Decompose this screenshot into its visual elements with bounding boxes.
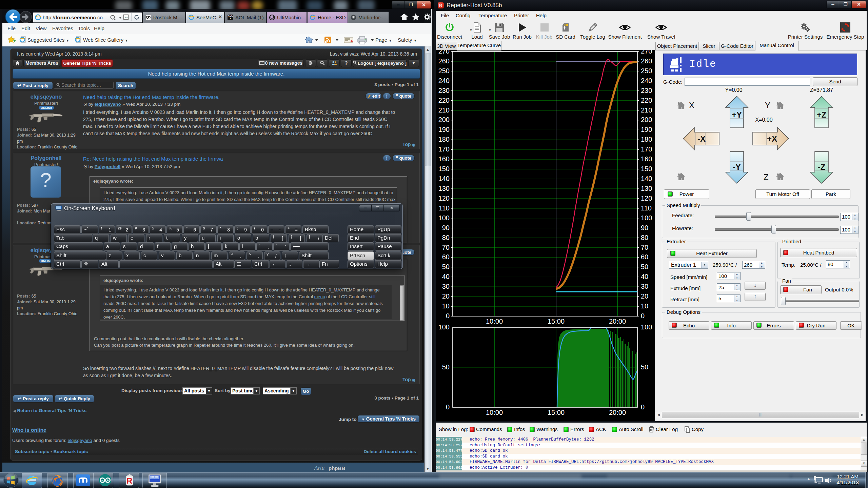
- svg-text:270: 270: [641, 50, 652, 55]
- svg-text:270: 270: [438, 50, 450, 55]
- svg-text:30: 30: [641, 283, 648, 290]
- svg-text:240: 240: [641, 77, 652, 84]
- svg-text:210: 210: [641, 106, 652, 114]
- svg-text:100: 100: [641, 214, 652, 222]
- svg-text:50: 50: [442, 263, 450, 270]
- svg-text:230: 230: [438, 87, 450, 94]
- svg-text:190: 190: [438, 126, 450, 133]
- svg-text:-Y: -Y: [733, 162, 741, 171]
- svg-text:70: 70: [641, 244, 648, 251]
- svg-text:-X: -X: [697, 134, 706, 143]
- svg-text:20: 20: [641, 292, 648, 300]
- svg-text:15:00: 15:00: [548, 318, 565, 325]
- svg-text:15:00: 15:00: [548, 409, 565, 416]
- svg-text:220: 220: [438, 97, 450, 104]
- svg-text:170: 170: [438, 145, 450, 153]
- svg-text:10:00: 10:00: [486, 409, 503, 416]
- svg-text:90: 90: [442, 224, 450, 231]
- svg-text:110: 110: [641, 204, 652, 212]
- svg-text:-Z: -Z: [818, 162, 826, 171]
- svg-text:40: 40: [442, 273, 450, 280]
- svg-text:140: 140: [438, 175, 450, 182]
- svg-text:+X: +X: [767, 134, 777, 143]
- svg-text:90: 90: [641, 224, 648, 231]
- svg-text:160: 160: [438, 155, 450, 163]
- svg-text:100: 100: [438, 323, 450, 331]
- svg-text:120: 120: [641, 195, 652, 202]
- svg-text:+Z: +Z: [817, 110, 827, 119]
- svg-text:140: 140: [641, 175, 652, 182]
- svg-text:70: 70: [442, 244, 450, 251]
- svg-text:110: 110: [439, 204, 450, 212]
- svg-text:20: 20: [442, 292, 450, 300]
- svg-text:+Y: +Y: [732, 110, 742, 119]
- svg-text:30: 30: [442, 283, 450, 290]
- svg-text:220: 220: [641, 97, 652, 104]
- svg-text:50: 50: [641, 263, 648, 270]
- svg-text:R: R: [126, 476, 132, 485]
- svg-text:100: 100: [641, 323, 652, 331]
- svg-text:250: 250: [641, 67, 652, 75]
- svg-text:X: X: [689, 101, 694, 110]
- svg-text:180: 180: [641, 136, 652, 143]
- svg-text:170: 170: [641, 145, 652, 153]
- svg-text:100: 100: [438, 214, 450, 222]
- svg-text:Y: Y: [765, 101, 770, 110]
- svg-text:200: 200: [641, 116, 652, 123]
- svg-text:150: 150: [641, 165, 652, 172]
- svg-text:0: 0: [446, 312, 450, 320]
- svg-text:60: 60: [641, 253, 648, 261]
- svg-text:50: 50: [641, 363, 648, 371]
- svg-text:130: 130: [641, 185, 652, 192]
- svg-text:200: 200: [438, 116, 450, 123]
- svg-text:120: 120: [438, 195, 450, 202]
- svg-text:180: 180: [438, 136, 450, 143]
- svg-text:0: 0: [641, 312, 645, 320]
- svg-text:80: 80: [442, 234, 450, 241]
- svg-text:150: 150: [438, 165, 450, 172]
- svg-text:130: 130: [438, 185, 450, 192]
- svg-text:0: 0: [446, 403, 450, 411]
- svg-text:190: 190: [641, 126, 652, 133]
- svg-text:230: 230: [641, 87, 652, 94]
- svg-text:40: 40: [641, 273, 648, 280]
- svg-text:80: 80: [641, 234, 648, 241]
- svg-text:60: 60: [442, 253, 450, 261]
- svg-text:260: 260: [438, 57, 450, 65]
- svg-text:10:00: 10:00: [486, 318, 503, 325]
- svg-text:20:00: 20:00: [609, 318, 626, 325]
- svg-text:160: 160: [641, 155, 652, 163]
- svg-text:250: 250: [438, 67, 450, 75]
- svg-text:210: 210: [438, 106, 450, 114]
- svg-text:50: 50: [442, 363, 450, 371]
- svg-text:20:00: 20:00: [609, 409, 626, 416]
- svg-text:Z: Z: [764, 172, 769, 182]
- svg-text:10: 10: [442, 302, 450, 310]
- svg-text:10: 10: [641, 302, 648, 310]
- svg-text:260: 260: [641, 57, 652, 65]
- svg-text:240: 240: [438, 77, 450, 84]
- svg-text:0: 0: [641, 403, 645, 411]
